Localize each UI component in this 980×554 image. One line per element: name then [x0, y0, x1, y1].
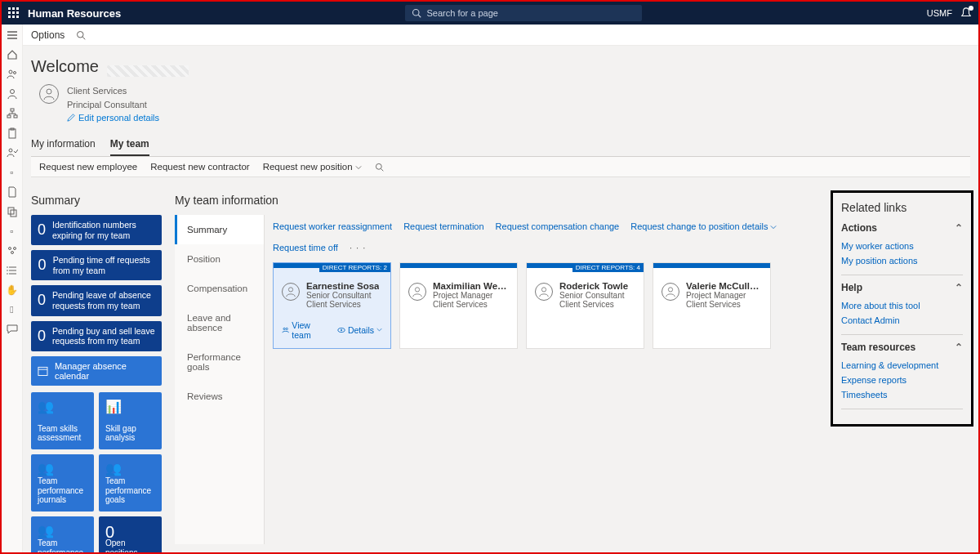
- link-learning[interactable]: Learning & development: [841, 358, 963, 373]
- team-icon[interactable]: [7, 245, 18, 257]
- persona-avatar-icon: [39, 84, 59, 104]
- svg-rect-7: [12, 16, 15, 18]
- subaction-search-icon[interactable]: [375, 162, 384, 172]
- calendar-icon: [38, 365, 48, 377]
- open-positions-count: 0: [105, 523, 155, 538]
- link-comp-change[interactable]: Request compensation change: [496, 221, 620, 231]
- svg-rect-33: [38, 367, 47, 375]
- people-icon: 👥: [38, 399, 87, 413]
- request-new-employee[interactable]: Request new employee: [39, 162, 137, 172]
- pencil-icon: [67, 114, 75, 122]
- link-position-actions[interactable]: My position actions: [841, 253, 963, 268]
- worker-dept: Client Services: [686, 300, 762, 309]
- svg-rect-2: [16, 7, 19, 10]
- search-icon: [412, 8, 421, 18]
- chevron-up-icon[interactable]: ⌃: [955, 342, 963, 353]
- document-icon[interactable]: [7, 186, 18, 198]
- pivot-position[interactable]: Position: [175, 244, 264, 274]
- svg-point-13: [10, 90, 14, 94]
- action-bar: Options: [23, 25, 978, 46]
- team-info-column: My team information Summary Position Com…: [170, 185, 831, 552]
- chevron-up-icon[interactable]: ⌃: [955, 282, 963, 293]
- hand-icon[interactable]: ✋: [7, 284, 18, 296]
- worker-card[interactable]: Maximilian Werner Project Manager Client…: [399, 262, 518, 349]
- people-icon: 👥: [38, 523, 87, 538]
- tile-perf-goals[interactable]: 👥Team performance goals: [99, 454, 162, 512]
- pivot-summary[interactable]: Summary: [175, 215, 264, 244]
- request-new-position[interactable]: Request new position: [263, 162, 362, 172]
- pivot-goals[interactable]: Performance goals: [175, 342, 264, 382]
- worker-card[interactable]: DIRECT REPORTS: 4 Roderick Towle Senior …: [526, 262, 644, 349]
- clipboard-icon[interactable]: [7, 127, 18, 139]
- tab-my-information[interactable]: My information: [31, 133, 96, 156]
- svg-rect-0: [8, 7, 11, 10]
- pivot-leave[interactable]: Leave and absence: [175, 303, 264, 342]
- direct-reports-badge: DIRECT REPORTS: 2: [319, 263, 390, 272]
- svg-rect-5: [16, 11, 19, 14]
- tile-team-skills[interactable]: 👥Team skills assessment: [31, 392, 94, 449]
- edit-personal-details-link[interactable]: Edit personal details: [67, 111, 159, 125]
- people-icon[interactable]: [7, 69, 18, 80]
- tile-perf-journals[interactable]: 👥Team performance journals: [31, 454, 94, 512]
- view-team-link[interactable]: View team: [282, 320, 329, 340]
- tile-skill-gap[interactable]: 📊Skill gap analysis: [99, 392, 162, 449]
- pivot-compensation[interactable]: Compensation: [175, 274, 264, 303]
- svg-point-25: [7, 266, 8, 268]
- tile-perf-reviews[interactable]: 👥Team performance reviews: [31, 516, 94, 552]
- svg-point-35: [288, 288, 292, 292]
- notifications-icon[interactable]: [960, 7, 972, 20]
- link-icon[interactable]: 𓆩: [7, 304, 18, 315]
- persona-org: Client Services: [67, 84, 159, 98]
- svg-rect-6: [8, 16, 11, 18]
- link-expense[interactable]: Expense reports: [841, 373, 963, 387]
- module-icon[interactable]: ▫: [7, 167, 18, 178]
- more-actions-icon[interactable]: · · ·: [350, 243, 366, 252]
- link-reassignment[interactable]: Request worker reassignment: [273, 221, 392, 231]
- worker-card[interactable]: Valerie McCullou... Project Manager Clie…: [653, 262, 771, 349]
- chevron-down-icon: [770, 224, 777, 230]
- link-timesheets[interactable]: Timesheets: [841, 387, 963, 402]
- tile-id-numbers[interactable]: 0Identification numbers expiring for my …: [31, 215, 162, 245]
- list-icon[interactable]: [7, 265, 18, 276]
- link-position-change[interactable]: Request change to position details: [630, 221, 777, 231]
- link-worker-actions[interactable]: My worker actions: [841, 239, 963, 253]
- svg-point-39: [341, 329, 342, 331]
- summary-heading: Summary: [31, 194, 162, 207]
- tile-pending-timeoff[interactable]: 0Pending time off requests from my team: [31, 250, 162, 280]
- legal-entity[interactable]: USMF: [927, 8, 952, 18]
- link-more-tool[interactable]: More about this tool: [841, 298, 963, 313]
- worker-cards: DIRECT REPORTS: 2 Earnestine Sosa Senior…: [273, 262, 817, 349]
- worker-card[interactable]: DIRECT REPORTS: 2 Earnestine Sosa Senior…: [273, 262, 391, 349]
- actionbar-search-icon[interactable]: [76, 29, 86, 41]
- edit-link-label: Edit personal details: [78, 111, 159, 125]
- tile-open-positions[interactable]: 0Open positions - Direct reports: [99, 516, 162, 552]
- svg-point-26: [7, 270, 8, 271]
- tile-manager-calendar[interactable]: Manager absence calendar: [31, 356, 162, 386]
- tile-pending-buysell[interactable]: 0Pending buy and sell leave requests fro…: [31, 321, 162, 351]
- worker-role: Project Manager: [433, 291, 509, 300]
- options-menu[interactable]: Options: [31, 29, 65, 41]
- tile-pending-leave[interactable]: 0Pending leave of absence requests from …: [31, 285, 162, 315]
- worker-dept: Client Services: [306, 300, 379, 309]
- request-new-contractor[interactable]: Request new contractor: [150, 162, 249, 172]
- person-icon[interactable]: [7, 88, 18, 100]
- team-action-links: Request worker reassignment Request term…: [273, 221, 817, 252]
- hamburger-icon[interactable]: [7, 29, 18, 41]
- pivot-reviews[interactable]: Reviews: [175, 382, 264, 411]
- feedback-icon[interactable]: [7, 324, 18, 335]
- chevron-up-icon[interactable]: ⌃: [955, 222, 963, 234]
- module2-icon[interactable]: ▫: [7, 226, 18, 237]
- link-time-off[interactable]: Request time off: [273, 243, 338, 252]
- person-check-icon[interactable]: [7, 147, 18, 159]
- copy-icon[interactable]: [7, 206, 18, 217]
- details-link[interactable]: Details: [337, 320, 382, 340]
- app-launcher-icon[interactable]: [8, 7, 20, 19]
- org-icon[interactable]: [7, 108, 18, 119]
- chevron-down-icon: [355, 164, 362, 171]
- global-search-input[interactable]: Search for a page: [405, 5, 642, 21]
- link-contact-admin[interactable]: Contact Admin: [841, 313, 963, 328]
- tab-my-team[interactable]: My team: [110, 133, 149, 156]
- home-icon[interactable]: [7, 49, 18, 60]
- link-termination[interactable]: Request termination: [403, 221, 483, 231]
- avatar-icon: [282, 283, 300, 301]
